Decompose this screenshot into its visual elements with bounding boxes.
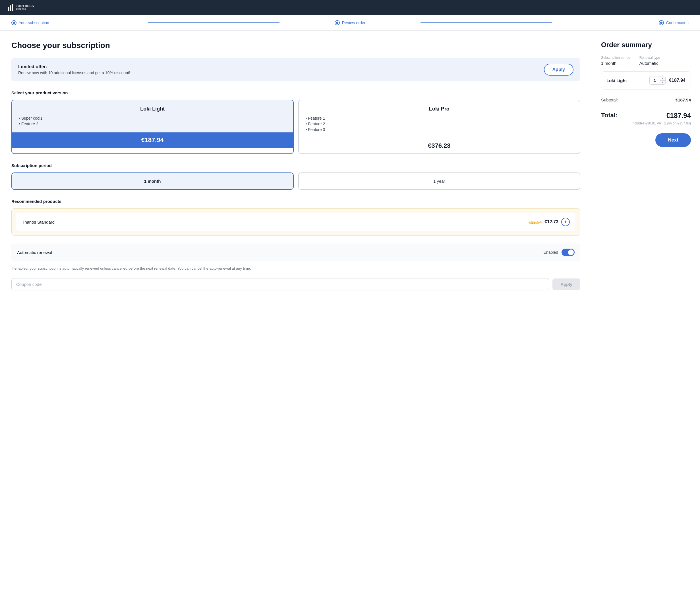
period-cards: 1 month 1 year: [11, 173, 580, 190]
coupon-row: Apply: [11, 278, 580, 290]
rec-product-name: Thanos Standard: [22, 220, 55, 224]
add-recommended-button[interactable]: +: [561, 218, 570, 226]
total-row: Total: €187.94: [601, 112, 691, 120]
coupon-apply-button[interactable]: Apply: [552, 278, 580, 290]
offer-apply-button[interactable]: Apply: [544, 64, 574, 76]
order-product-price: €187.94: [669, 78, 686, 83]
logo-bar-1: [8, 7, 9, 11]
header: FORTRESS defense: [0, 0, 700, 15]
meta-period-value: 1 month: [601, 61, 630, 66]
toggle-knob: [568, 250, 574, 255]
product-card-top-pro: Loki Pro Feature 1 Feature 2 Feature 3: [299, 100, 580, 138]
product-card-loki-pro[interactable]: Loki Pro Feature 1 Feature 2 Feature 3 €…: [298, 100, 581, 154]
product-features-pro: Feature 1 Feature 2 Feature 3: [306, 115, 573, 132]
stepper: Your subscription Review order Confirmat…: [0, 15, 700, 31]
logo-bar-3: [12, 4, 13, 11]
offer-strong: Limited offer:: [18, 64, 47, 69]
total-label: Total:: [601, 112, 618, 119]
qty-increase-button[interactable]: ▲: [660, 76, 665, 81]
vat-note: Includes €30.01 VAT (19% on €157.93): [601, 121, 691, 125]
step-your-subscription[interactable]: Your subscription: [11, 20, 143, 25]
page-title: Choose your subscription: [11, 41, 580, 50]
step-line-2: [420, 22, 552, 23]
left-panel: Choose your subscription Limited offer: …: [0, 31, 592, 591]
offer-text: Limited offer: Renew now with 10 additio…: [18, 64, 130, 75]
renewal-label: Automatic renewal: [17, 250, 52, 255]
logo-text: FORTRESS defense: [16, 4, 34, 10]
product-feature-pro-2: Feature 3: [306, 127, 573, 132]
period-card-year[interactable]: 1 year: [298, 173, 581, 190]
meta-renewal: Renewal type Automatic: [639, 56, 660, 66]
product-features-light: Super cool1 Feature 2: [19, 115, 286, 127]
step-circle-1: [11, 20, 16, 25]
recommended-section-label: Recommended products: [11, 199, 580, 204]
offer-banner: Limited offer: Renew now with 10 additio…: [11, 58, 580, 81]
subtotal-value: €187.94: [676, 97, 691, 102]
recommended-section: Recommended products Thanos Standard €12…: [11, 199, 580, 236]
step-confirmation[interactable]: Confirmation: [557, 20, 689, 25]
order-product-right: 1 ▲ ▼ €187.94: [649, 76, 686, 85]
rec-new-price: €12.73: [544, 219, 559, 224]
product-name-light: Loki Light: [19, 106, 286, 112]
subtotal-row: Subtotal: €187.94: [601, 94, 691, 106]
product-cards: Loki Light Super cool1 Feature 2 €187.94…: [11, 100, 580, 154]
next-button[interactable]: Next: [655, 133, 691, 147]
recommended-outer: Thanos Standard €12.54 €12.73 +: [11, 208, 580, 236]
step-label-2: Review order: [342, 20, 365, 25]
step-dot-2: [336, 21, 338, 24]
period-section-label: Subscription period: [11, 163, 580, 168]
renewal-row: Automatic renewal Enabled: [11, 244, 580, 261]
step-circle-2: [335, 20, 340, 25]
total-value: €187.94: [666, 112, 691, 120]
quantity-value: 1: [650, 76, 660, 84]
product-feature-light-0: Super cool1: [19, 115, 286, 121]
product-section-label: Select your product version: [11, 90, 580, 95]
step-review-order[interactable]: Review order: [284, 20, 416, 25]
step-circle-3: [659, 20, 664, 25]
renewal-note: If enabled, your subscription is automat…: [11, 266, 580, 271]
renewal-status: Enabled: [544, 250, 558, 255]
order-product-name: Loki Light: [606, 78, 627, 83]
subtotal-label: Subtotal:: [601, 97, 618, 102]
renewal-toggle[interactable]: [562, 249, 575, 256]
step-dot-1: [13, 21, 15, 24]
renewal-right: Enabled: [544, 249, 575, 256]
meta-renewal-value: Automatic: [639, 61, 660, 66]
step-line-1: [148, 22, 280, 23]
order-product-row: Loki Light 1 ▲ ▼ €187.94: [601, 71, 691, 89]
recommended-item-thanos: Thanos Standard €12.54 €12.73 +: [16, 213, 576, 231]
qty-arrows: ▲ ▼: [660, 76, 665, 84]
quantity-stepper[interactable]: 1 ▲ ▼: [649, 76, 665, 85]
logo: FORTRESS defense: [8, 4, 34, 11]
product-name-pro: Loki Pro: [306, 106, 573, 112]
logo-bar-2: [10, 5, 11, 11]
product-price-light: €187.94: [12, 132, 293, 148]
rec-pricing: €12.54 €12.73 +: [529, 218, 570, 226]
order-meta: Subscription period 1 month Renewal type…: [601, 56, 691, 66]
order-summary-title: Order summary: [601, 41, 691, 49]
main-container: Choose your subscription Limited offer: …: [0, 31, 700, 591]
step-dot-3: [660, 21, 662, 24]
product-card-top-light: Loki Light Super cool1 Feature 2: [12, 100, 293, 132]
meta-period: Subscription period 1 month: [601, 56, 630, 66]
qty-decrease-button[interactable]: ▼: [660, 81, 665, 85]
coupon-input[interactable]: [11, 278, 549, 290]
product-feature-pro-0: Feature 1: [306, 115, 573, 121]
meta-renewal-label: Renewal type: [639, 56, 660, 60]
product-card-loki-light[interactable]: Loki Light Super cool1 Feature 2 €187.94: [11, 100, 294, 154]
step-label-1: Your subscription: [19, 20, 49, 25]
meta-period-label: Subscription period: [601, 56, 630, 60]
logo-icon: [8, 4, 13, 11]
period-card-month[interactable]: 1 month: [11, 173, 294, 190]
right-panel: Order summary Subscription period 1 mont…: [592, 31, 700, 591]
product-feature-light-1: Feature 2: [19, 121, 286, 127]
rec-old-price: €12.54: [529, 220, 542, 224]
product-feature-pro-1: Feature 2: [306, 121, 573, 127]
offer-description: Renew now with 10 additional licenses an…: [18, 70, 130, 75]
product-price-pro: €376.23: [299, 138, 580, 153]
step-label-3: Confirmation: [666, 20, 689, 25]
